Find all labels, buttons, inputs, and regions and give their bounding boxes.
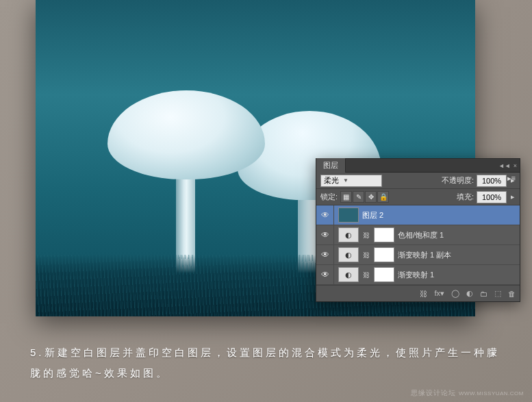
watermark-site: 思缘设计论坛 — [411, 389, 456, 397]
fill-input[interactable]: 100% — [477, 191, 507, 203]
delete-layer-icon[interactable]: 🗑 — [508, 290, 516, 298]
lock-position-icon[interactable]: ✥ — [365, 191, 377, 203]
watermark: 思缘设计论坛 WWW.MISSYUAN.COM — [411, 388, 524, 398]
mask-thumbnail[interactable] — [374, 267, 394, 282]
layer-row[interactable]: 👁 ◐ ⛓ 色相/饱和度 1 — [316, 225, 520, 245]
lock-row: 锁定: ▦ ✎ ✥ 🔒 填充: 100% ▶ — [316, 189, 520, 205]
visibility-toggle-icon[interactable]: 👁 — [316, 205, 334, 225]
layer-row[interactable]: 👁 ◐ ⛓ 渐变映射 1 副本 — [316, 245, 520, 265]
fill-flyout-icon[interactable]: ▶ — [509, 194, 516, 200]
blend-mode-select[interactable]: 柔光 ▼ — [320, 175, 382, 187]
opacity-input[interactable]: 100% — [477, 175, 507, 187]
layer-name-label: 图层 2 — [362, 210, 383, 221]
visibility-toggle-icon[interactable]: 👁 — [316, 245, 334, 264]
blend-mode-row: 柔光 ▼ 不透明度: 100% ▶ — [316, 173, 520, 189]
opacity-label: 不透明度: — [442, 175, 474, 186]
adjustment-thumbnail[interactable]: ◐ — [338, 227, 359, 242]
adjustment-thumbnail[interactable]: ◐ — [338, 247, 359, 262]
mask-thumbnail[interactable] — [374, 247, 394, 262]
close-panel-icon[interactable]: × — [514, 162, 517, 169]
layer-list: 👁 图层 2 👁 ◐ ⛓ 色相/饱和度 1 👁 ◐ ⛓ 渐变映射 1 副本 — [316, 205, 520, 285]
blend-mode-value: 柔光 — [324, 175, 339, 186]
instruction-caption: 5.新建空白图层并盖印空白图层，设置图层的混合模式为柔光，使照片产生一种朦胧的感… — [30, 342, 502, 384]
lock-all-icon[interactable]: 🔒 — [377, 191, 389, 203]
panel-menu-icon[interactable]: ▸≡ — [506, 174, 517, 183]
new-adjustment-icon[interactable]: ◐ — [466, 289, 473, 298]
link-mask-icon[interactable]: ⛓ — [362, 231, 370, 239]
visibility-toggle-icon[interactable]: 👁 — [316, 225, 334, 244]
panel-footer: ⛓ fx▾ ◯ ◐ 🗀 ⬚ 🗑 — [316, 285, 520, 301]
layers-panel: 图层 ◄◄ × ▸≡ 柔光 ▼ 不透明度: 100% ▶ 锁定: ▦ ✎ ✥ 🔒… — [316, 158, 520, 302]
link-layers-icon[interactable]: ⛓ — [420, 290, 427, 298]
lock-pixels-icon[interactable]: ✎ — [353, 191, 364, 203]
watermark-url: WWW.MISSYUAN.COM — [459, 390, 524, 397]
layer-thumbnail[interactable] — [338, 208, 359, 223]
link-mask-icon[interactable]: ⛓ — [362, 271, 370, 279]
panel-tab-bar: 图层 ◄◄ × ▸≡ — [316, 159, 520, 173]
lock-label: 锁定: — [320, 192, 338, 202]
link-mask-icon[interactable]: ⛓ — [362, 251, 370, 259]
adjustment-thumbnail[interactable]: ◐ — [338, 267, 359, 282]
collapse-icon[interactable]: ◄◄ — [498, 162, 511, 169]
layer-row[interactable]: 👁 ◐ ⛓ 渐变映射 1 — [316, 265, 520, 285]
chevron-down-icon: ▼ — [343, 177, 349, 184]
new-group-icon[interactable]: 🗀 — [480, 290, 487, 298]
layer-name-label: 渐变映射 1 — [398, 270, 434, 280]
visibility-toggle-icon[interactable]: 👁 — [316, 265, 334, 284]
tab-layers[interactable]: 图层 — [316, 158, 346, 173]
layer-effects-icon[interactable]: fx▾ — [434, 289, 444, 298]
layer-name-label: 渐变映射 1 副本 — [398, 250, 451, 260]
add-mask-icon[interactable]: ◯ — [451, 289, 459, 298]
layer-name-label: 色相/饱和度 1 — [398, 230, 444, 240]
new-layer-icon[interactable]: ⬚ — [494, 289, 501, 298]
layer-row[interactable]: 👁 图层 2 — [316, 205, 520, 225]
fill-label: 填充: — [457, 192, 474, 202]
mushroom-left — [107, 90, 265, 282]
lock-transparency-icon[interactable]: ▦ — [340, 191, 352, 203]
mask-thumbnail[interactable] — [374, 227, 394, 242]
